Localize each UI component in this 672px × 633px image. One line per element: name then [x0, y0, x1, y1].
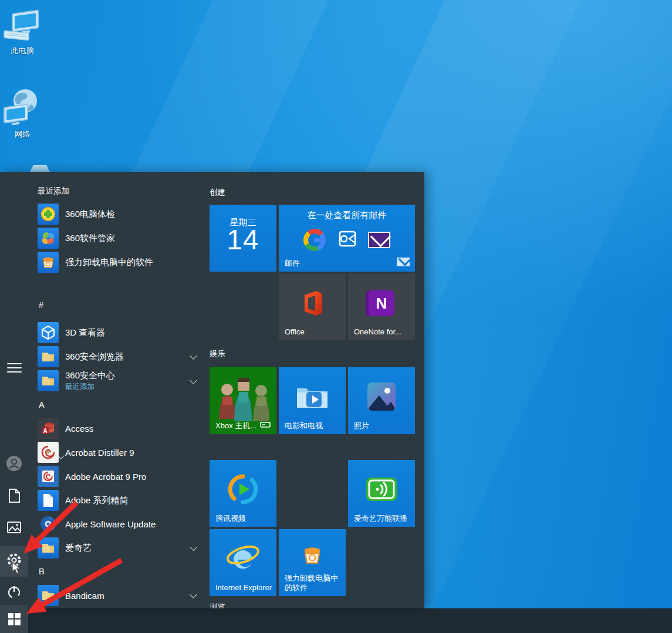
- chevron-down-icon: [190, 377, 197, 384]
- settings-button[interactable]: [0, 546, 28, 577]
- app-label: 爱奇艺: [65, 543, 92, 554]
- tile-calendar[interactable]: 星期三 14: [210, 205, 276, 272]
- tile-group-create[interactable]: 创建: [210, 187, 225, 198]
- 360-pc-check-icon: [38, 204, 59, 225]
- mail-badge-icon: [397, 258, 410, 266]
- app-item-3d-viewer[interactable]: 3D 查看器: [35, 321, 204, 344]
- uninstall-bucket-icon: [38, 252, 59, 273]
- app-item-apple-software-update[interactable]: Apple Software Update: [35, 512, 204, 536]
- pictures-icon: [7, 522, 21, 536]
- 3d-viewer-cube-icon: [38, 322, 59, 343]
- power-button[interactable]: [0, 579, 28, 607]
- tile-photos[interactable]: 照片: [348, 367, 415, 434]
- tile-office[interactable]: Office: [279, 273, 346, 340]
- app-label: Apple Software Update: [65, 519, 156, 529]
- chevron-down-icon: [190, 591, 197, 598]
- tile-label: 爱奇艺万能联播: [354, 514, 407, 523]
- tile-iqiyi-cast[interactable]: 爱奇艺万能联播: [348, 460, 415, 527]
- app-item-adobe-acrobat-9-pro[interactable]: Adobe Acrobat 9 Pro: [35, 465, 204, 488]
- document-icon: [38, 490, 59, 511]
- app-folder-iqiyi[interactable]: 爱奇艺: [35, 536, 204, 560]
- user-icon: [6, 455, 22, 474]
- pictures-button[interactable]: [0, 514, 28, 543]
- recent-header: 最近添加: [38, 186, 69, 197]
- tile-onenote[interactable]: N OneNote for...: [348, 273, 415, 340]
- tile-tencent-video[interactable]: 腾讯视频: [210, 460, 276, 527]
- settings-icon: [6, 553, 22, 570]
- tile-label: Office: [285, 327, 305, 337]
- desktop: 此电脑 网络: [0, 0, 672, 633]
- outlook-logo-icon: [335, 228, 359, 252]
- tile-label: Xbox 主机...: [215, 421, 256, 431]
- taskbar[interactable]: [0, 608, 672, 633]
- hidden-desktop-icon-partial: [30, 165, 50, 172]
- app-item-force-uninstall[interactable]: 强力卸载电脑中的软件: [35, 251, 204, 274]
- app-item-adobe-series[interactable]: Adobe 系列精简: [35, 489, 204, 512]
- tile-group-entertainment[interactable]: 娱乐: [210, 348, 225, 359]
- power-icon: [7, 585, 21, 601]
- tile-internet-explorer[interactable]: Internet Explorer: [210, 529, 276, 596]
- desktop-icon-label: 网络: [0, 129, 45, 140]
- windows-logo-icon: [8, 613, 21, 625]
- tile-movies-tv[interactable]: 电影和电视: [279, 367, 346, 434]
- app-item-360-pc-check[interactable]: 360电脑体检: [35, 202, 204, 226]
- tile-xbox[interactable]: Xbox 主机...: [210, 367, 276, 434]
- documents-button[interactable]: [0, 483, 28, 511]
- tile-label: 邮件: [285, 259, 300, 268]
- onenote-logo-icon: N: [369, 290, 394, 316]
- tile-label: 照片: [354, 421, 369, 431]
- tile-group-partial[interactable]: 浏览: [210, 602, 225, 608]
- app-item-access[interactable]: A Access: [35, 417, 204, 440]
- folder-icon: [38, 585, 59, 606]
- app-folder-360-browser[interactable]: 360安全浏览器: [35, 345, 204, 368]
- app-label: Adobe 系列精简: [65, 495, 129, 506]
- 360-software-manager-icon: [38, 228, 59, 249]
- chevron-down-icon: [190, 543, 197, 551]
- app-label: 3D 查看器: [65, 327, 105, 338]
- app-item-360-software-manager[interactable]: 360软件管家: [35, 226, 204, 250]
- tile-label: OneNote for...: [354, 327, 401, 337]
- app-folder-360-security-center[interactable]: 360安全中心 最近添加: [35, 367, 204, 394]
- app-item-acrobat-distiller[interactable]: Acrobat Distiller 9: [35, 441, 204, 464]
- purple-mail-icon: [368, 232, 390, 248]
- section-letter-b[interactable]: B: [39, 567, 45, 576]
- iqiyi-cast-icon: [348, 460, 415, 519]
- xbox-console-icon: [260, 421, 271, 431]
- this-pc-icon: [0, 8, 45, 45]
- folder-icon: [38, 346, 59, 367]
- app-label: Access: [65, 424, 93, 434]
- hamburger-icon: [7, 360, 22, 375]
- section-letter-hash[interactable]: #: [39, 300, 43, 310]
- google-logo-icon: [303, 229, 326, 251]
- chevron-down-icon: [190, 352, 197, 360]
- app-sublabel: 最近添加: [65, 382, 115, 392]
- tile-label: 腾讯视频: [215, 514, 246, 523]
- movies-tv-icon: [279, 367, 346, 426]
- section-letter-a[interactable]: A: [39, 400, 45, 409]
- tile-mail[interactable]: 在一处查看所有邮件 邮件: [279, 205, 415, 272]
- tile-label: 电影和电视: [285, 421, 323, 431]
- user-account-button[interactable]: [0, 451, 28, 479]
- acrobat-distiller-icon: [38, 442, 59, 463]
- start-button[interactable]: [0, 605, 28, 633]
- app-label: 360安全中心 最近添加: [65, 370, 115, 392]
- uninstall-bucket-icon: [279, 529, 346, 581]
- tencent-video-icon: [210, 460, 276, 519]
- app-label: 强力卸载电脑中的软件: [65, 257, 153, 268]
- app-label: Bandicam: [65, 591, 104, 601]
- desktop-icon-label: 此电脑: [0, 46, 45, 56]
- folder-icon: [38, 370, 59, 391]
- documents-icon: [8, 489, 21, 505]
- desktop-icon-network[interactable]: 网络: [0, 87, 45, 140]
- tile-label: Internet Explorer: [215, 583, 272, 593]
- internet-explorer-icon: [210, 529, 276, 583]
- app-folder-bandicam[interactable]: Bandicam: [35, 584, 204, 607]
- svg-text:A: A: [43, 428, 47, 434]
- tile-label: 强力卸载电脑中的软件: [285, 574, 343, 593]
- start-menu: 最近添加 360电脑体检 360软件管家: [0, 172, 424, 608]
- access-icon: A: [38, 418, 59, 439]
- menu-expand-button[interactable]: [0, 354, 28, 382]
- desktop-icon-this-pc[interactable]: 此电脑: [0, 8, 45, 56]
- tile-force-uninstall[interactable]: 强力卸载电脑中的软件: [279, 529, 346, 596]
- folder-icon: [38, 537, 59, 558]
